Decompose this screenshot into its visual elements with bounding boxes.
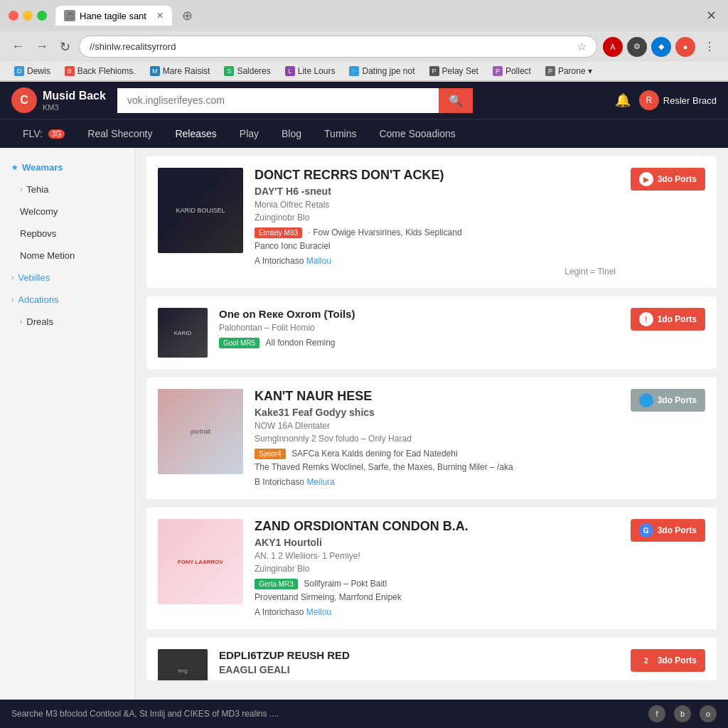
release-desc: Sollfyraim – Pokt Baitl [304,579,387,589]
release-thumbnail: KARID BOUISEL [158,168,243,253]
bookmark-pelayset[interactable]: P Pelay Set [424,65,484,77]
release-actions: G 3do Ports [627,519,705,618]
nav-label: Tumins [324,128,356,139]
close-button[interactable] [9,11,18,21]
sidebar-label: Repbovs [20,228,56,239]
release-actions: 🌐 3do Ports [627,389,705,488]
release-subtitle: EAAGLI GEALI [219,664,616,675]
release-info: ZAND ORSDIONTAN CONDON B.A. AKY1 Hourtol… [255,519,616,618]
release-meta: Monia Oifrec Retals [255,200,616,210]
release-link[interactable]: Meilura [306,477,334,487]
nav-item-blog[interactable]: Blog [270,119,313,148]
notification-icon[interactable]: 🔔 [615,92,631,108]
btn-icon: ! [639,312,653,326]
release-link[interactable]: Mellou [306,607,331,617]
footer-bookmark-icon[interactable]: b [674,705,691,722]
minimize-button[interactable] [23,11,33,21]
main-content: ★ Weamars › Tehia Welcomy Repbovs Nome M… [0,148,728,728]
bookmark-mareraisist[interactable]: M Mare Raisist [144,65,216,77]
bookmark-dewis[interactable]: D Dewis [9,65,56,77]
bookmark-label: Pelay Set [442,66,478,76]
release-thumbnail: FONY LAARROV [158,519,243,604]
menu-button[interactable]: ⋮ [700,37,719,57]
release-actions: ▶ 3do Ports [627,168,705,277]
maximize-button[interactable] [37,11,47,21]
browser-close-button[interactable]: ✕ [703,6,719,25]
nav-item-realsheconty[interactable]: Real Sheconty [76,119,164,148]
nav-item-flv3g[interactable]: FLV: 3G [11,119,76,148]
footer-circle-icon[interactable]: o [700,705,717,722]
extension-btn-3[interactable]: ◆ [651,37,671,57]
search-bar: 🔍 [117,88,473,113]
sidebar-item-vebilles[interactable]: › Vebilles [0,267,134,289]
bookmark-label: Pollect [505,66,531,76]
nav-item-play[interactable]: Play [228,119,270,148]
refresh-button[interactable]: ↻ [57,38,73,56]
action-button[interactable]: ▶ 3do Ports [631,168,705,191]
bookmark-salderes[interactable]: S Salderes [218,65,276,77]
release-title: DONCT RECRRS DON'T ACKE) [255,168,616,183]
bookmark-label: Mare Raisist [163,66,210,76]
nav-item-comesooadions[interactable]: Come Sooadions [368,119,466,148]
sidebar-label: Nome Metion [20,250,75,261]
bookmark-label: Salderes [237,66,270,76]
release-desc3: B Intorichaso [255,477,306,487]
extension-btn-4[interactable]: ● [675,37,695,57]
release-info: One on Reкe Oxrom (Toils) Palohontan – F… [219,308,616,358]
release-thumbnail: KARID [158,308,208,358]
traffic-lights [9,11,47,21]
footer-icons: f b o [648,705,717,722]
action-button[interactable]: 2 3do Ports [631,649,705,672]
sidebar-item-dreals[interactable]: › Dreals [0,311,134,333]
user-avatar: R [639,90,659,110]
title-bar: 🎵 Hane tagile sant ✕ ⊕ ✕ [0,0,728,31]
bookmark-label: Back Flehioms. [77,66,136,76]
bookmark-star-icon[interactable]: ☆ [577,40,587,53]
sidebar-item-tehia[interactable]: › Tehia [0,178,134,200]
tab-title: Hane tagile sant [80,11,146,21]
sidebar-item-adcations[interactable]: › Adcations [0,289,134,311]
address-text: //shinlw.recalitsyrrord [90,41,176,52]
btn-icon: 2 [639,653,653,668]
release-thumbnail: img [158,649,208,680]
action-button[interactable]: 🌐 3do Ports [631,389,705,412]
active-tab[interactable]: 🎵 Hane tagile sant ✕ [55,6,172,26]
search-button[interactable]: 🔍 [439,88,473,113]
logo-title: Musid Back [43,89,106,102]
release-subtitle: Kake31 Feaf Godyy shics [255,407,616,418]
extension-btn-2[interactable]: ⚙ [627,37,647,57]
nav-item-releases[interactable]: Releases [164,119,228,148]
release-info: DONCT RECRRS DON'T ACKE) DAY'T H6 -sneut… [255,168,616,277]
nav-badge: 3G [48,129,65,139]
nav-label: Real Sheconty [87,128,152,139]
sidebar-item-weamars[interactable]: ★ Weamars [0,156,134,178]
bookmark-datingjpenot[interactable]: 🐦 Dating jpe not [343,65,420,77]
release-link[interactable]: Mallou [306,256,331,266]
search-input[interactable] [117,88,439,113]
address-bar[interactable]: //shinlw.recalitsyrrord ☆ [79,36,597,58]
bookmark-pollect[interactable]: P Pollect [487,65,537,77]
nav-label: Blog [282,128,301,139]
bookmark-litelours[interactable]: L Lite Lours [279,65,341,77]
nav-item-tumins[interactable]: Tumins [313,119,368,148]
release-meta: AN. 1 2 Wleliiors· 1 Pemiye! [255,551,616,561]
nav-label: Come Sooadions [379,128,455,139]
bookmark-backflehioms[interactable]: B Back Flehioms. [59,65,141,77]
release-desc: All fondon Reming [265,338,335,348]
user-label: Resler Bracd [663,95,717,106]
new-tab-button[interactable]: ⊕ [178,6,198,26]
sidebar-item-welcomy[interactable]: Welcomy [0,200,134,223]
sidebar-item-nomemetion[interactable]: Nome Metion [0,245,134,267]
release-desc3: A Intorichaso [255,607,306,617]
action-button[interactable]: ! 1do Ports [631,308,705,331]
tab-close-button[interactable]: ✕ [156,11,164,21]
forward-button[interactable]: → [33,38,51,55]
action-button[interactable]: G 3do Ports [631,519,705,542]
sidebar-item-repbovs[interactable]: Repbovs [0,223,134,245]
release-meta2: SumgInnonnly 2 Sov foludo – Only Harad [255,434,616,444]
extension-btn-1[interactable]: A [603,37,623,57]
sidebar-label: Adcations [18,294,58,305]
footer-facebook-icon[interactable]: f [648,705,665,722]
back-button[interactable]: ← [9,38,27,55]
bookmark-parone[interactable]: P Parone ▾ [540,65,598,77]
